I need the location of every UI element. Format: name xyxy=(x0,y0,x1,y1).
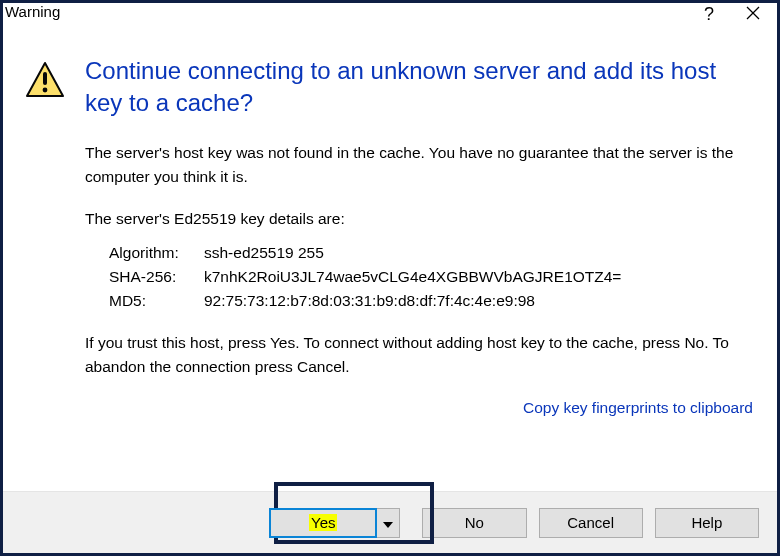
key-row-md5: MD5: 92:75:73:12:b7:8d:03:31:b9:d8:df:7f… xyxy=(109,289,755,313)
close-icon xyxy=(746,3,760,23)
warning-triangle-icon xyxy=(25,61,65,102)
button-bar: Yes No Cancel Help xyxy=(3,491,777,553)
svg-rect-3 xyxy=(43,72,47,85)
titlebar: Warning ? xyxy=(3,3,777,31)
svg-point-4 xyxy=(43,88,48,93)
titlebar-help-button[interactable]: ? xyxy=(687,3,731,31)
dialog-content: Continue connecting to an unknown server… xyxy=(3,31,777,491)
no-button[interactable]: No xyxy=(422,508,526,538)
yes-button-label: Yes xyxy=(309,514,337,531)
help-button[interactable]: Help xyxy=(655,508,759,538)
key-label: Algorithm: xyxy=(109,241,204,265)
paragraph-cache-warning: The server's host key was not found in t… xyxy=(85,141,755,189)
key-label: SHA-256: xyxy=(109,265,204,289)
copy-fingerprints-area: Copy key fingerprints to clipboard xyxy=(85,397,755,417)
help-icon: ? xyxy=(704,3,714,25)
paragraph-instructions: If you trust this host, press Yes. To co… xyxy=(85,331,755,379)
cancel-button[interactable]: Cancel xyxy=(539,508,643,538)
copy-fingerprints-link[interactable]: Copy key fingerprints to clipboard xyxy=(523,399,753,416)
key-value: 92:75:73:12:b7:8d:03:31:b9:d8:df:7f:4c:4… xyxy=(204,289,755,313)
key-value: k7nhK2RoiU3JL74wae5vCLG4e4XGBBWVbAGJRE1O… xyxy=(204,265,755,289)
svg-marker-5 xyxy=(383,522,393,528)
titlebar-close-button[interactable] xyxy=(731,3,775,31)
chevron-down-icon xyxy=(383,514,393,531)
key-row-sha256: SHA-256: k7nhK2RoiU3JL74wae5vCLG4e4XGBBW… xyxy=(109,265,755,289)
warning-dialog: Warning ? Continue connecti xyxy=(0,0,780,556)
key-row-algorithm: Algorithm: ssh-ed25519 255 xyxy=(109,241,755,265)
paragraph-key-intro: The server's Ed25519 key details are: xyxy=(85,207,755,231)
yes-split-button: Yes xyxy=(269,508,400,538)
key-details-table: Algorithm: ssh-ed25519 255 SHA-256: k7nh… xyxy=(109,241,755,313)
dialog-heading: Continue connecting to an unknown server… xyxy=(85,55,755,119)
key-value: ssh-ed25519 255 xyxy=(204,241,755,265)
yes-dropdown-button[interactable] xyxy=(376,508,400,538)
window-title: Warning xyxy=(5,3,687,20)
yes-button[interactable]: Yes xyxy=(269,508,377,538)
key-label: MD5: xyxy=(109,289,204,313)
